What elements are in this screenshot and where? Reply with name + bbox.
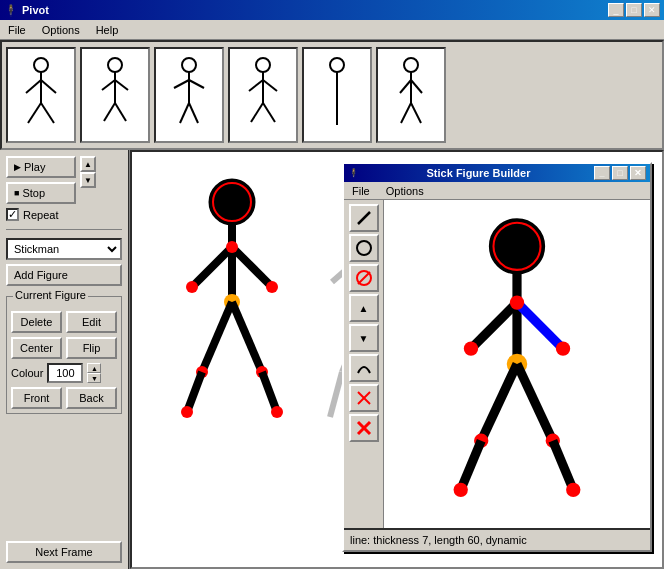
frame-6[interactable] — [376, 47, 446, 143]
svg-point-40 — [186, 281, 198, 293]
sfb-up-tool[interactable]: ▲ — [349, 294, 379, 322]
svg-line-8 — [102, 80, 115, 90]
svg-line-71 — [517, 303, 563, 349]
colour-spin-down[interactable]: ▼ — [87, 373, 101, 383]
colour-input[interactable] — [47, 363, 83, 383]
main-canvas[interactable]: 🕴 Stick Figure Builder _ □ ✕ File Option… — [130, 150, 664, 569]
divider-1 — [6, 229, 122, 230]
sfb-toolbar: ▲ ▼ — [344, 200, 384, 528]
svg-line-16 — [180, 103, 189, 123]
main-container: ▶ Play ■ Stop ✓ Repeat — [0, 40, 664, 569]
colour-label: Colour — [11, 367, 43, 379]
sfb-line-tool[interactable] — [349, 204, 379, 232]
stop-icon: ■ — [14, 188, 19, 198]
svg-line-11 — [115, 103, 126, 121]
svg-point-83 — [566, 483, 580, 497]
center-flip-row: Center Flip — [11, 337, 117, 359]
title-bar: 🕴 Pivot _ □ ✕ — [0, 0, 664, 20]
add-figure-button[interactable]: Add Figure — [6, 264, 122, 286]
playback-controls: ▶ Play ■ Stop ✓ Repeat — [6, 156, 122, 221]
menu-options[interactable]: Options — [38, 23, 84, 37]
scroll-up-button[interactable]: ▲ — [80, 156, 96, 172]
menu-bar: File Options Help — [0, 20, 664, 40]
svg-line-38 — [232, 247, 272, 287]
svg-point-41 — [266, 281, 278, 293]
sfb-minimize-button[interactable]: _ — [594, 166, 610, 180]
close-button[interactable]: ✕ — [644, 3, 660, 17]
colour-spinner: ▲ ▼ — [87, 363, 101, 383]
repeat-checkbox[interactable]: ✓ — [6, 208, 19, 221]
svg-point-12 — [182, 58, 196, 72]
delete-edit-row: Delete Edit — [11, 311, 117, 333]
svg-line-70 — [471, 303, 517, 349]
svg-line-43 — [202, 302, 232, 372]
svg-line-81 — [553, 441, 573, 490]
scroll-down-button[interactable]: ▼ — [80, 172, 96, 188]
svg-line-22 — [251, 103, 263, 122]
svg-line-3 — [41, 80, 56, 93]
app-icon: 🕴 — [4, 4, 18, 17]
play-icon: ▶ — [14, 162, 21, 172]
frame-1[interactable] — [6, 47, 76, 143]
svg-line-76 — [481, 364, 517, 441]
svg-line-10 — [104, 103, 115, 121]
svg-line-30 — [400, 80, 411, 93]
svg-line-4 — [28, 103, 41, 123]
flip-button[interactable]: Flip — [66, 337, 117, 359]
svg-point-6 — [108, 58, 122, 72]
svg-point-39 — [226, 241, 238, 253]
sfb-curve-tool[interactable] — [349, 354, 379, 382]
menu-help[interactable]: Help — [92, 23, 123, 37]
svg-line-59 — [358, 212, 370, 224]
next-frame-button[interactable]: Next Frame — [6, 541, 122, 563]
front-button[interactable]: Front — [11, 387, 62, 409]
current-figure-group: Current Figure Delete Edit Center Flip — [6, 296, 122, 414]
svg-line-57 — [330, 372, 342, 417]
figure-type-select[interactable]: Stickman — [6, 238, 122, 260]
sfb-cross-tool[interactable] — [349, 384, 379, 412]
next-frame-container: Next Frame — [6, 533, 122, 563]
svg-line-37 — [192, 247, 232, 287]
minimize-button[interactable]: _ — [608, 3, 624, 17]
frame-2[interactable] — [80, 47, 150, 143]
sfb-close-button[interactable]: ✕ — [630, 166, 646, 180]
sfb-menu-file[interactable]: File — [348, 184, 374, 198]
play-button[interactable]: ▶ Play — [6, 156, 76, 178]
svg-line-17 — [189, 103, 198, 123]
frame-3[interactable] — [154, 47, 224, 143]
sfb-cancel-tool[interactable] — [349, 264, 379, 292]
svg-point-50 — [271, 406, 283, 418]
center-button[interactable]: Center — [11, 337, 62, 359]
menu-file[interactable]: File — [4, 23, 30, 37]
svg-point-82 — [454, 483, 468, 497]
svg-point-74 — [556, 341, 570, 355]
maximize-button[interactable]: □ — [626, 3, 642, 17]
svg-line-14 — [174, 80, 189, 88]
svg-line-23 — [263, 103, 275, 122]
sfb-circle-tool[interactable] — [349, 234, 379, 262]
back-button[interactable]: Back — [66, 387, 117, 409]
frame-4[interactable] — [228, 47, 298, 143]
svg-line-15 — [189, 80, 204, 88]
delete-button[interactable]: Delete — [11, 311, 62, 333]
svg-line-5 — [41, 103, 54, 123]
sfb-content: ▲ ▼ — [344, 200, 650, 528]
sfb-down-tool[interactable]: ▼ — [349, 324, 379, 352]
svg-point-49 — [181, 406, 193, 418]
svg-line-33 — [411, 103, 421, 123]
edit-button[interactable]: Edit — [66, 311, 117, 333]
sfb-maximize-button[interactable]: □ — [612, 166, 628, 180]
app-title: Pivot — [22, 4, 49, 16]
frame-5[interactable] — [302, 47, 372, 143]
svg-line-77 — [517, 364, 553, 441]
sfb-canvas[interactable] — [384, 200, 650, 528]
svg-point-24 — [330, 58, 344, 72]
colour-spin-up[interactable]: ▲ — [87, 363, 101, 373]
sfb-menu-options[interactable]: Options — [382, 184, 428, 198]
sfb-status-text: line: thickness 7, length 60, dynamic — [350, 534, 527, 546]
stickman-left — [172, 172, 292, 432]
sfb-delete-tool[interactable] — [349, 414, 379, 442]
sfb-title: Stick Figure Builder — [427, 167, 531, 179]
stop-button[interactable]: ■ Stop — [6, 182, 76, 204]
front-back-row: Front Back — [11, 387, 117, 409]
